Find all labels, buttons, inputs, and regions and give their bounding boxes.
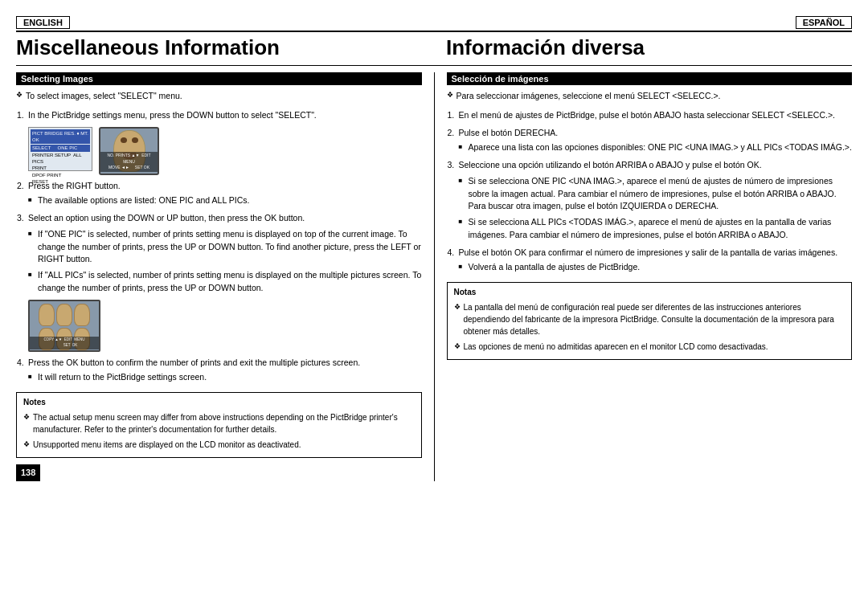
step-1-en: 1. In the PictBridge settings menu, pres… bbox=[28, 109, 422, 122]
diamond-bullet-es: ❖ bbox=[447, 90, 453, 101]
notes-header-en: Notes bbox=[23, 396, 415, 408]
step-text-4-es: Pulse el botón OK para confirmar el núme… bbox=[459, 247, 838, 257]
step-text-4-en: Press the OK button to confirm the numbe… bbox=[28, 358, 360, 367]
lang-badge-en: ENGLISH bbox=[16, 16, 70, 29]
note-text-2-en: Unsupported menu items are displayed on … bbox=[33, 439, 301, 451]
step-3-en: 3. Select an option using the DOWN or UP… bbox=[28, 212, 422, 295]
note-item-2-es: ❖ Las opciones de menú no admitidas apar… bbox=[454, 341, 845, 353]
menu-screen-img: PICT BRIDGE RES. ♦ MT. OK SELECT ONE PIC… bbox=[28, 127, 92, 171]
notes-header-es: Notas bbox=[454, 286, 845, 298]
step-3-sub2-es: Si se selecciona ALL PICs <TODAS IMÁG.>,… bbox=[459, 216, 853, 242]
intro-item-es: ❖ Para seleccionar imágenes, seleccione … bbox=[447, 90, 853, 103]
intro-text-es: Para seleccionar imágenes, seleccione el… bbox=[457, 90, 721, 103]
step-2-en: 2. Press the RIGHT button. The available… bbox=[28, 180, 422, 208]
step-num-2-en: 2. bbox=[17, 180, 24, 193]
section-header-en: Selecting Images bbox=[16, 72, 422, 85]
step-num-1-en: 1. bbox=[17, 109, 24, 122]
step-num-4-es: 4. bbox=[448, 247, 455, 260]
language-labels: ENGLISH ESPAÑOL bbox=[16, 16, 852, 29]
note-text-1-es: La pantalla del menú de configuración re… bbox=[464, 301, 845, 337]
step-4-sub-en: It will return to the PictBridge setting… bbox=[28, 371, 422, 384]
step-4-en: 4. Press the OK button to confirm the nu… bbox=[28, 357, 422, 385]
step-text-3-en: Select an option using the DOWN or UP bu… bbox=[28, 213, 305, 223]
lang-badge-es: ESPAÑOL bbox=[796, 16, 852, 29]
note-item-1-en: ❖ The actual setup menu screen may diffe… bbox=[23, 411, 415, 435]
step-num-3-en: 3. bbox=[17, 212, 24, 225]
notes-box-en: Notes ❖ The actual setup menu screen may… bbox=[16, 392, 422, 458]
steps-list-es: 1. En el menú de ajustes de PictBridge, … bbox=[447, 109, 853, 274]
step-num-4-en: 4. bbox=[17, 357, 24, 370]
diamond-bullet-en: ❖ bbox=[16, 90, 23, 101]
multiple-pics-screens: COPY ▲▼ EDIT MENU SET OK bbox=[28, 300, 422, 352]
step-2-es: 2. Pulse el botón DERECHA. Aparece una l… bbox=[459, 127, 853, 155]
column-english: Selecting Images ❖ To select images, sel… bbox=[16, 72, 435, 481]
step-2-sub-en: The available options are listed: ONE PI… bbox=[28, 194, 422, 207]
intro-text-en: To select images, select "SELECT" menu. bbox=[26, 90, 182, 103]
title-english: Miscellaneous Information bbox=[16, 35, 422, 60]
notes-box-es: Notas ❖ La pantalla del menú de configur… bbox=[447, 282, 853, 360]
notes-content-es: ❖ La pantalla del menú de configuración … bbox=[454, 301, 845, 353]
title-spanish: Información diversa bbox=[422, 35, 852, 60]
section-content-es: ❖ Para seleccionar imágenes, seleccione … bbox=[447, 90, 853, 360]
note-bullet-2-en: ❖ bbox=[23, 439, 30, 451]
note-item-1-es: ❖ La pantalla del menú de configuración … bbox=[454, 301, 845, 337]
step-text-2-es: Pulse el botón DERECHA. bbox=[459, 128, 559, 137]
intro-item-en: ❖ To select images, select "SELECT" menu… bbox=[16, 90, 422, 103]
note-text-1-en: The actual setup menu screen may differ … bbox=[33, 411, 415, 435]
step-3-es: 3. Seleccione una opción utilizando el b… bbox=[459, 159, 853, 242]
section-header-es: Selección de imágenes bbox=[447, 72, 853, 85]
notes-content-en: ❖ The actual setup menu screen may diffe… bbox=[23, 411, 415, 451]
step-num-1-es: 1. bbox=[448, 109, 455, 122]
step-1-es: 1. En el menú de ajustes de PictBridge, … bbox=[459, 109, 853, 122]
column-spanish: Selección de imágenes ❖ Para seleccionar… bbox=[435, 72, 853, 481]
page-number: 138 bbox=[16, 464, 40, 481]
step-3-sub2-en: If "ALL PICs" is selected, number of pri… bbox=[28, 269, 422, 295]
step-4-es: 4. Pulse el botón OK para confirmar el n… bbox=[459, 247, 853, 275]
content-columns: Selecting Images ❖ To select images, sel… bbox=[16, 72, 852, 481]
note-item-2-en: ❖ Unsupported menu items are displayed o… bbox=[23, 439, 415, 451]
note-text-2-es: Las opciones de menú no admitidas aparec… bbox=[464, 341, 768, 353]
step-text-3-es: Seleccione una opción utilizando el botó… bbox=[459, 160, 762, 170]
step-text-1-en: In the PictBridge settings menu, press t… bbox=[28, 110, 317, 120]
step-3-sub1-en: If "ONE PIC" is selected, number of prin… bbox=[28, 228, 422, 266]
main-titles: Miscellaneous Information Información di… bbox=[16, 31, 852, 66]
step-2-sub-es: Aparece una lista con las opciones dispo… bbox=[459, 141, 853, 154]
note-bullet-1-es: ❖ bbox=[454, 302, 461, 313]
note-bullet-2-es: ❖ bbox=[454, 341, 461, 353]
step-4-sub-es: Volverá a la pantalla de ajustes de Pict… bbox=[459, 261, 853, 274]
page: ENGLISH ESPAÑOL Miscellaneous Informatio… bbox=[16, 16, 852, 481]
step-num-3-es: 3. bbox=[448, 159, 455, 172]
note-bullet-1-en: ❖ bbox=[23, 412, 30, 423]
step-num-2-es: 2. bbox=[448, 127, 455, 140]
step-text-1-es: En el menú de ajustes de PictBridge, pul… bbox=[459, 110, 836, 120]
steps-list-en: 1. In the PictBridge settings menu, pres… bbox=[16, 109, 422, 384]
step-3-sub1-es: Si se selecciona ONE PIC <UNA IMAG.>, ap… bbox=[459, 175, 853, 213]
camera-face-screen: NO. PRINTS ▲▼ EDIT MENUMOVE ◄► SET OK bbox=[99, 127, 159, 175]
section-content-en: ❖ To select images, select "SELECT" menu… bbox=[16, 90, 422, 481]
step-text-2-en: Press the RIGHT button. bbox=[28, 181, 121, 190]
